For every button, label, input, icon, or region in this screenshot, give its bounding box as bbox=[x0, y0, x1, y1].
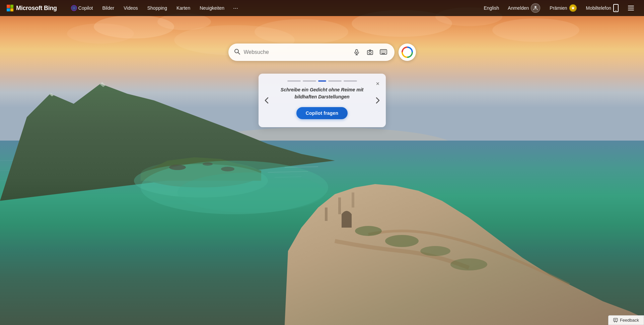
nav-item-shopping[interactable]: Shopping bbox=[143, 3, 171, 13]
brand-text: Microsoft Bing bbox=[16, 5, 57, 12]
feedback-icon bbox=[613, 318, 618, 323]
copilot-circle-button[interactable] bbox=[399, 44, 416, 61]
ms-logo-br bbox=[10, 8, 14, 12]
progress-dot-2 bbox=[303, 80, 316, 82]
svg-point-47 bbox=[369, 52, 371, 54]
nav-items: Copilot Bilder Videos Shopping Karten Ne… bbox=[67, 3, 481, 13]
progress-dots bbox=[275, 80, 369, 82]
svg-marker-40 bbox=[571, 6, 575, 10]
search-box bbox=[228, 44, 395, 61]
nav-item-copilot[interactable]: Copilot bbox=[67, 3, 97, 13]
nav-videos-label: Videos bbox=[124, 5, 138, 11]
ms-logo-tl bbox=[7, 5, 10, 8]
svg-line-42 bbox=[238, 52, 240, 54]
copilot-nav-icon bbox=[71, 5, 77, 11]
ask-copilot-button[interactable]: Copilot fragen bbox=[296, 107, 348, 119]
nav-rewards[interactable]: Prämien bbox=[546, 3, 580, 13]
keyboard-button[interactable] bbox=[378, 47, 389, 58]
nav-mobile[interactable]: Mobiltelefon bbox=[583, 3, 622, 13]
suggestion-text: Schreibe ein Gedicht ohne Reime mit bild… bbox=[275, 86, 369, 100]
nav-signin[interactable]: Anmelden bbox=[504, 2, 544, 14]
nav-hamburger[interactable] bbox=[625, 4, 637, 12]
person-icon bbox=[533, 5, 538, 11]
ms-logo-tr bbox=[10, 5, 14, 8]
progress-dot-3 bbox=[318, 80, 326, 82]
nav-item-neuigkeiten[interactable]: Neuigkeiten bbox=[196, 3, 228, 13]
progress-dot-1 bbox=[287, 80, 301, 82]
hamburger-line-1 bbox=[628, 6, 634, 6]
feedback-label: Feedback bbox=[620, 318, 639, 323]
nav-shopping-label: Shopping bbox=[147, 5, 167, 11]
svg-point-38 bbox=[73, 7, 75, 9]
brand-logo[interactable]: Microsoft Bing bbox=[7, 5, 57, 12]
progress-dot-5 bbox=[344, 80, 357, 82]
copilot-icon bbox=[402, 47, 413, 58]
nav-neuigkeiten-label: Neuigkeiten bbox=[200, 5, 224, 11]
keyboard-icon bbox=[380, 49, 387, 55]
nav-signin-label: Anmelden bbox=[508, 5, 529, 11]
mobile-phone-icon bbox=[613, 4, 619, 12]
svg-rect-58 bbox=[614, 318, 618, 321]
ms-logo bbox=[7, 5, 13, 11]
nav-item-videos[interactable]: Videos bbox=[120, 3, 142, 13]
nav-item-karten[interactable]: Karten bbox=[172, 3, 194, 13]
navbar-right: English Anmelden Prämien Mobiltelefon bbox=[481, 2, 637, 14]
search-actions bbox=[351, 47, 389, 58]
nav-language[interactable]: English bbox=[481, 4, 502, 12]
nav-karten-label: Karten bbox=[176, 5, 190, 11]
svg-rect-43 bbox=[356, 50, 358, 53]
nav-item-bilder[interactable]: Bilder bbox=[98, 3, 118, 13]
rewards-icon bbox=[569, 4, 577, 12]
hamburger-line-3 bbox=[628, 10, 634, 10]
progress-dot-4 bbox=[328, 80, 342, 82]
nav-more-button[interactable]: ··· bbox=[230, 3, 241, 13]
nav-rewards-label: Prämien bbox=[550, 5, 567, 11]
chevron-right-icon bbox=[376, 97, 380, 104]
chevron-left-icon bbox=[265, 97, 269, 104]
search-input[interactable] bbox=[244, 49, 348, 55]
close-button[interactable]: ✕ bbox=[373, 79, 382, 88]
camera-icon bbox=[367, 49, 373, 56]
microphone-button[interactable] bbox=[351, 47, 362, 58]
image-search-button[interactable] bbox=[364, 47, 376, 58]
microphone-icon bbox=[353, 49, 360, 56]
search-container bbox=[228, 44, 416, 61]
nav-avatar bbox=[531, 3, 540, 13]
nav-bilder-label: Bilder bbox=[102, 5, 114, 11]
ms-logo-bl bbox=[7, 8, 10, 12]
navbar: Microsoft Bing Copilot Bilder Videos Sho… bbox=[0, 0, 644, 16]
prev-suggestion-button[interactable] bbox=[262, 94, 271, 106]
search-icon bbox=[234, 48, 240, 57]
svg-point-39 bbox=[534, 6, 536, 8]
nav-copilot-label: Copilot bbox=[78, 5, 93, 11]
next-suggestion-button[interactable] bbox=[373, 94, 382, 106]
suggestion-card: ✕ Schreibe ein Gedicht ohne Reime mit bi… bbox=[259, 74, 386, 127]
nav-mobile-label: Mobiltelefon bbox=[586, 5, 612, 11]
hamburger-line-2 bbox=[628, 8, 634, 8]
feedback-button[interactable]: Feedback bbox=[608, 315, 644, 325]
